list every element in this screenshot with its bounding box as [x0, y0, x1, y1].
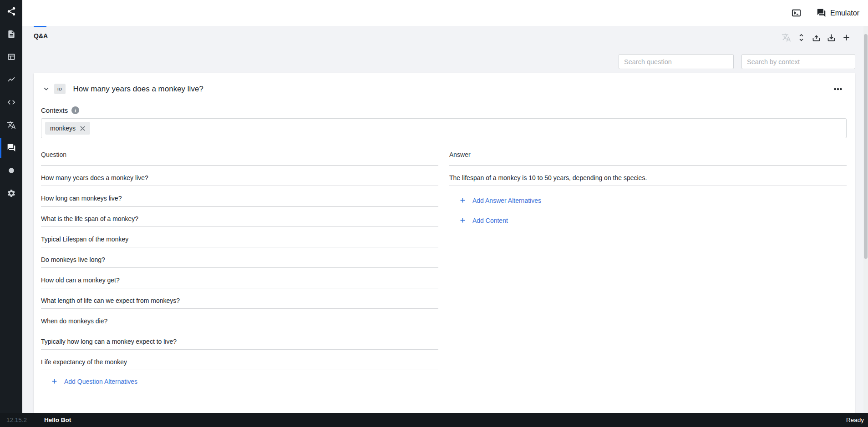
- search-question-input[interactable]: [619, 54, 734, 69]
- info-icon[interactable]: i: [71, 106, 79, 114]
- chevron-down-icon: [42, 85, 50, 93]
- answer-row[interactable]: The lifespan of a monkey is 10 to 50 yea…: [449, 166, 847, 186]
- status-ready-label: Ready: [846, 417, 864, 423]
- translate-button: [781, 32, 792, 43]
- vertical-scrollbar-thumb[interactable]: [864, 34, 868, 259]
- question-row[interactable]: When do monkeys die?: [41, 309, 438, 329]
- sidebar: [0, 0, 22, 413]
- chat-bubbles-icon: [817, 8, 826, 18]
- search-context-input[interactable]: [741, 54, 855, 69]
- search-row: [619, 54, 855, 69]
- add-content-label: Add Content: [472, 217, 508, 224]
- sidebar-item-flows[interactable]: [0, 45, 22, 68]
- contexts-label: Contexts: [41, 106, 68, 114]
- version-label: 12.15.2: [6, 417, 27, 423]
- more-options-button[interactable]: [833, 84, 843, 94]
- question-row[interactable]: What is the life span of a monkey?: [41, 206, 438, 227]
- answer-column-header: Answer: [449, 151, 847, 166]
- question-column-header: Question: [41, 151, 438, 166]
- question-row[interactable]: How old can a monkey get?: [41, 268, 438, 288]
- emulator-label: Emulator: [830, 9, 859, 17]
- question-column: Question How many years does a monkey li…: [41, 151, 438, 385]
- upload-icon: [812, 33, 821, 42]
- plus-icon: [459, 196, 467, 204]
- emulator-button[interactable]: Emulator: [817, 8, 859, 18]
- answer-column: Answer The lifespan of a monkey is 10 to…: [449, 151, 847, 385]
- sidebar-item-code[interactable]: [0, 91, 22, 114]
- chart-icon: [7, 75, 16, 84]
- expand-collapse-button[interactable]: [796, 32, 807, 43]
- question-row[interactable]: How many years does a monkey live?: [41, 166, 438, 186]
- share-icon: [6, 6, 16, 16]
- question-row[interactable]: Do monkeys live long?: [41, 247, 438, 268]
- add-content-button[interactable]: Add Content: [459, 216, 508, 224]
- vertical-scrollbar-track[interactable]: [863, 26, 868, 413]
- qna-header-strip: Q&A: [22, 26, 868, 73]
- contexts-input[interactable]: monkeys: [41, 118, 847, 138]
- sidebar-item-misunderstood[interactable]: [0, 159, 22, 182]
- question-row[interactable]: Typical Lifespan of the monkey: [41, 227, 438, 247]
- export-button[interactable]: [826, 32, 837, 43]
- question-row[interactable]: What length of life can we expect from m…: [41, 288, 438, 309]
- ellipsis-icon: [833, 84, 843, 94]
- qna-item-title: How many years does a monkey live?: [73, 85, 203, 94]
- tab-qna-label: Q&A: [34, 32, 48, 40]
- bot-name: Hello Bot: [44, 417, 71, 423]
- chat-icon: [7, 143, 16, 152]
- sidebar-item-analytics[interactable]: [0, 68, 22, 91]
- context-tag: monkeys: [45, 122, 90, 135]
- import-button[interactable]: [811, 32, 822, 43]
- qna-item-card: ID How many years does a monkey live? Co…: [34, 73, 855, 413]
- close-icon: [80, 126, 85, 131]
- add-qna-button[interactable]: [841, 32, 852, 43]
- collapse-button[interactable]: [42, 85, 50, 93]
- contexts-label-row: Contexts i: [41, 106, 855, 114]
- download-icon: [827, 33, 836, 42]
- sidebar-item-qna[interactable]: [0, 136, 22, 159]
- qna-columns: Question How many years does a monkey li…: [41, 151, 847, 385]
- unfold-more-icon: [797, 33, 806, 42]
- question-row[interactable]: Life expectancy of the monkey: [41, 350, 438, 370]
- id-badge: ID: [54, 84, 66, 94]
- question-row[interactable]: How long can monkeys live?: [41, 186, 438, 206]
- add-answer-alternatives-label: Add Answer Alternatives: [472, 197, 541, 204]
- document-icon: [7, 30, 16, 39]
- plus-icon: [51, 377, 58, 385]
- layout-icon: [7, 52, 16, 61]
- status-bar: 12.15.2 Hello Bot Ready: [0, 413, 868, 427]
- circle-icon: [7, 166, 16, 175]
- app-logo[interactable]: [0, 0, 22, 23]
- qna-toolbar: [781, 32, 852, 43]
- add-answer-alternatives-button[interactable]: Add Answer Alternatives: [459, 196, 541, 204]
- question-row[interactable]: Typically how long can a monkey expect t…: [41, 329, 438, 350]
- plus-icon: [459, 216, 467, 224]
- translate-icon: [7, 121, 16, 130]
- top-bar: Emulator: [22, 0, 868, 26]
- sidebar-item-settings[interactable]: [0, 182, 22, 205]
- terminal-button[interactable]: [791, 8, 802, 18]
- add-question-alternatives-button[interactable]: Add Question Alternatives: [51, 377, 137, 385]
- active-tab-indicator: [34, 26, 46, 27]
- code-icon: [7, 98, 16, 107]
- plus-icon: [842, 33, 851, 42]
- remove-tag-button[interactable]: [80, 126, 85, 131]
- terminal-icon: [791, 8, 802, 18]
- context-tag-label: monkeys: [50, 125, 76, 132]
- add-question-alternatives-label: Add Question Alternatives: [64, 378, 137, 385]
- sidebar-item-nlu[interactable]: [0, 114, 22, 136]
- qna-item-header: ID How many years does a monkey live?: [42, 84, 843, 94]
- translate-icon: [782, 33, 791, 42]
- settings-gear-icon: [7, 189, 16, 198]
- sidebar-item-content[interactable]: [0, 23, 22, 45]
- tab-qna[interactable]: Q&A: [34, 26, 48, 40]
